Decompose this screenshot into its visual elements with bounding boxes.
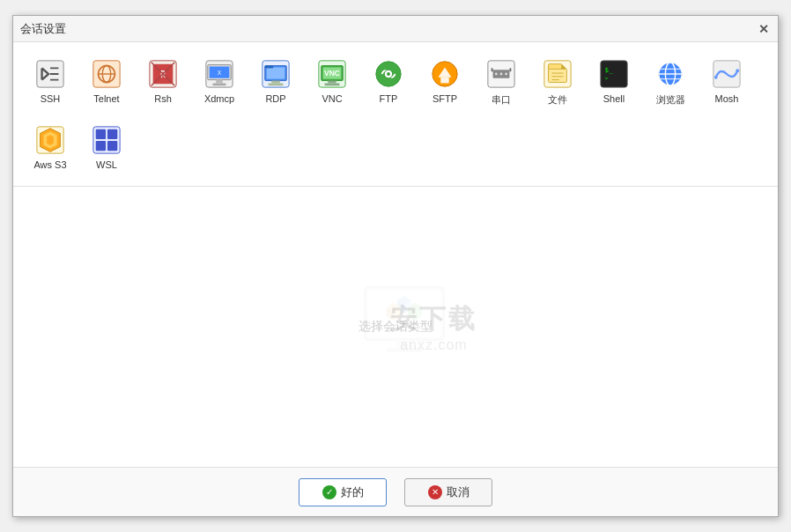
session-item-vnc[interactable]: VNC VNC (306, 51, 359, 114)
svg-text:X: X (218, 70, 222, 76)
title-bar: 会话设置 ✕ (13, 16, 778, 42)
footer: ✓ 好的 ✕ 取消 (13, 467, 778, 516)
session-item-shell[interactable]: $_ > Shell (588, 51, 640, 114)
svg-point-58 (736, 69, 739, 72)
svg-text:$_: $_ (605, 66, 614, 74)
svg-point-57 (714, 76, 718, 79)
svg-rect-32 (440, 78, 448, 84)
session-label-mosh: Mosh (715, 93, 739, 104)
session-item-sftp[interactable]: SFTP (418, 51, 471, 114)
session-item-awss3[interactable]: Aws S3 (24, 117, 77, 177)
session-label-wsl: WSL (96, 159, 117, 170)
ok-button[interactable]: ✓ 好的 (299, 478, 387, 506)
svg-marker-62 (47, 135, 54, 144)
center-placeholder: 选择会话类型 (359, 319, 432, 335)
svg-rect-66 (96, 141, 106, 151)
sftp-icon (429, 58, 461, 90)
session-item-serial[interactable]: 串口 (475, 51, 528, 114)
svg-rect-70 (396, 340, 413, 349)
session-label-shell: Shell (603, 93, 625, 104)
svg-marker-78 (408, 303, 422, 312)
shell-icon: $_ > (598, 58, 630, 90)
svg-marker-75 (387, 303, 401, 312)
session-label-rdp: RDP (265, 93, 285, 104)
ssh-icon (34, 58, 66, 90)
svg-rect-64 (96, 129, 106, 139)
svg-marker-74 (404, 300, 411, 314)
svg-rect-39 (509, 68, 511, 71)
svg-point-30 (387, 72, 390, 76)
svg-rect-65 (107, 129, 117, 139)
window: 会话设置 ✕ SSH Telnet (12, 15, 779, 517)
session-item-file[interactable]: 文件 (531, 51, 584, 114)
serial-icon (485, 58, 517, 90)
session-label-awss3: Aws S3 (33, 159, 66, 170)
session-label-serial: 串口 (492, 93, 511, 107)
session-item-xdmcp[interactable]: X Xdmcp (193, 51, 246, 114)
session-item-ftp[interactable]: FTP (362, 51, 415, 114)
svg-rect-19 (271, 81, 279, 84)
session-label-browser: 浏览器 (656, 93, 685, 107)
session-label-vnc: VNC (322, 93, 342, 104)
cancel-label: 取消 (447, 484, 469, 500)
browser-icon (654, 58, 686, 90)
session-toolbar: SSH Telnet R Rsh (13, 42, 778, 187)
telnet-icon (91, 58, 122, 90)
cancel-icon: ✕ (428, 485, 442, 499)
ok-icon: ✓ (322, 485, 336, 499)
session-item-mosh[interactable]: Mosh (700, 51, 753, 114)
rdp-icon (260, 58, 292, 90)
svg-point-37 (505, 73, 507, 76)
session-label-telnet: Telnet (93, 93, 119, 104)
session-item-wsl[interactable]: WSL (80, 117, 133, 177)
svg-text:>: > (605, 75, 609, 82)
session-label-sftp: SFTP (432, 93, 457, 104)
svg-rect-14 (216, 80, 223, 84)
cancel-button[interactable]: ✕ 取消 (404, 478, 492, 506)
svg-rect-38 (492, 68, 493, 71)
xdmcp-icon: X (203, 58, 235, 90)
svg-point-35 (495, 73, 498, 76)
svg-rect-27 (325, 83, 340, 85)
placeholder-text: 选择会话类型 (359, 319, 432, 335)
svg-text:VNC: VNC (324, 69, 340, 78)
session-item-ssh[interactable]: SSH (24, 51, 77, 114)
svg-marker-73 (397, 300, 404, 314)
close-button[interactable]: ✕ (757, 22, 771, 36)
wsl-icon (91, 124, 122, 156)
session-label-ssh: SSH (41, 93, 61, 104)
svg-rect-71 (387, 348, 422, 352)
svg-rect-67 (107, 141, 117, 151)
session-label-file: 文件 (548, 93, 567, 107)
rsh-icon: R (147, 58, 179, 90)
svg-rect-43 (549, 69, 567, 82)
session-item-rsh[interactable]: R Rsh (137, 51, 189, 114)
svg-rect-18 (267, 67, 285, 78)
mosh-icon (711, 58, 743, 90)
vnc-icon: VNC (316, 58, 348, 90)
session-item-telnet[interactable]: Telnet (80, 51, 133, 114)
svg-point-36 (500, 73, 503, 76)
ftp-icon (373, 58, 404, 90)
session-label-xdmcp: Xdmcp (204, 93, 234, 104)
svg-rect-26 (328, 81, 336, 84)
session-item-rdp[interactable]: RDP (249, 51, 302, 114)
window-title: 会话设置 (20, 21, 66, 37)
session-label-rsh: Rsh (154, 93, 172, 104)
svg-rect-15 (212, 83, 225, 85)
file-icon (542, 58, 573, 90)
main-area: 安下载 anxz.com 选择会话类型 (13, 187, 778, 467)
svg-marker-72 (397, 296, 411, 305)
svg-rect-20 (269, 83, 284, 85)
ok-label: 好的 (341, 484, 364, 500)
session-label-ftp: FTP (380, 93, 398, 104)
svg-rect-21 (265, 66, 273, 69)
awss3-icon (34, 124, 66, 156)
session-item-browser[interactable]: 浏览器 (644, 51, 697, 114)
